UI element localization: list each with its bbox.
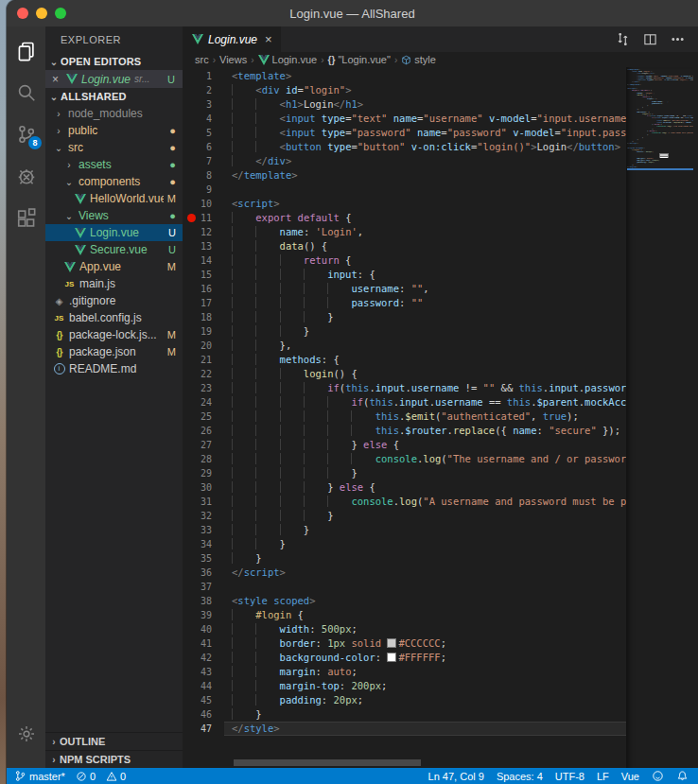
editor-gutter[interactable]: 1234567891011121314151617181920212223242… <box>183 67 224 768</box>
tree-item-node-modules[interactable]: ›node_modules <box>45 105 183 122</box>
section-outline[interactable]: ›OUTLINE <box>45 732 183 750</box>
code-line[interactable]: </style> <box>224 722 626 736</box>
tree-item-views[interactable]: ⌄Views● <box>45 207 183 224</box>
line-number[interactable]: 15 <box>183 268 224 282</box>
line-number[interactable]: 16 <box>183 282 224 296</box>
code-line[interactable]: </div> <box>232 154 626 168</box>
line-number[interactable]: 41 <box>183 636 224 651</box>
line-number[interactable]: 5 <box>183 126 224 140</box>
status-ln[interactable]: Ln 47, Col 9 <box>428 771 484 782</box>
zoom-window-button[interactable] <box>55 8 66 19</box>
code-line[interactable]: methods: { <box>232 353 626 367</box>
line-number[interactable]: 31 <box>183 495 224 509</box>
tree-item-assets[interactable]: ›assets● <box>45 156 183 173</box>
code-line[interactable]: } else { <box>232 438 626 452</box>
code-line[interactable]: data() { <box>232 239 626 253</box>
line-number[interactable]: 34 <box>183 537 224 551</box>
editor-pane[interactable]: 1234567891011121314151617181920212223242… <box>183 67 698 768</box>
status-master*[interactable]: master* <box>14 770 65 782</box>
horizontal-scrollbar[interactable] <box>234 759 421 766</box>
code-line[interactable]: <h1>Login</h1> <box>232 97 626 112</box>
code-line[interactable]: } <box>232 466 626 480</box>
code-line[interactable]: if(this.input.username == this.$parent.m… <box>232 395 626 409</box>
code-line[interactable]: this.$emit("authenticated", true); <box>232 409 626 424</box>
code-line[interactable]: <script> <box>232 197 626 211</box>
line-number[interactable]: 6 <box>183 140 224 154</box>
tree-item-components[interactable]: ⌄components● <box>45 173 183 190</box>
line-number[interactable]: 27 <box>183 438 224 452</box>
code-line[interactable]: width: 500px; <box>232 622 626 636</box>
line-number[interactable]: 21 <box>183 353 224 367</box>
tree-item--gitignore[interactable]: ◈.gitignore <box>45 292 183 309</box>
activity-run-debug[interactable] <box>7 155 45 197</box>
status-bell[interactable] <box>676 770 689 782</box>
tree-item-secure-vue[interactable]: Secure.vueU <box>45 241 183 258</box>
line-number[interactable]: 17 <box>183 296 224 310</box>
line-number[interactable]: 2 <box>183 83 224 97</box>
close-tab-icon[interactable]: × <box>265 32 272 46</box>
minimize-window-button[interactable] <box>36 8 47 19</box>
status-lf[interactable]: LF <box>597 771 609 782</box>
code-line[interactable]: return { <box>232 253 626 268</box>
code-line[interactable]: </script> <box>232 566 626 580</box>
tree-item-readme-md[interactable]: iREADME.md <box>45 360 183 377</box>
line-number[interactable]: 44 <box>183 679 224 693</box>
code-line[interactable]: margin: auto; <box>232 665 626 679</box>
code-line[interactable] <box>232 580 626 594</box>
code-line[interactable]: <div id="login"> <box>232 83 626 97</box>
code-line[interactable]: name: 'Login', <box>232 225 626 239</box>
breadcrumb-item[interactable]: Login.vue <box>258 54 318 65</box>
code-line[interactable]: }, <box>232 339 626 353</box>
tree-item-package-lock-js-[interactable]: {}package-lock.js...M <box>45 326 183 343</box>
code-area[interactable]: <template> <div id="login"> <h1>Login</h… <box>224 67 626 768</box>
minimap[interactable]: <template> <div id="login"> <h1>Login</h… <box>626 67 693 768</box>
status-utf-8[interactable]: UTF-8 <box>555 771 585 782</box>
breadcrumb-item[interactable]: src <box>195 54 209 65</box>
line-number[interactable]: 40 <box>183 622 224 636</box>
line-number[interactable]: 36 <box>183 566 224 580</box>
code-line[interactable]: } <box>232 551 626 566</box>
line-number[interactable]: 45 <box>183 693 224 707</box>
breadcrumb-item[interactable]: Views <box>219 54 247 65</box>
section-npm-scripts[interactable]: ›NPM SCRIPTS <box>45 750 183 768</box>
tree-item-app-vue[interactable]: App.vueM <box>45 258 183 275</box>
code-line[interactable]: margin-top: 200px; <box>232 679 626 693</box>
line-number[interactable]: 28 <box>183 452 224 466</box>
more-actions-icon[interactable] <box>671 32 685 46</box>
line-number[interactable]: 47 <box>183 722 224 736</box>
line-number[interactable]: 7 <box>183 154 224 168</box>
line-number[interactable]: 10 <box>183 197 224 211</box>
code-line[interactable]: <button type="button" v-on:click="login(… <box>232 140 626 154</box>
line-number[interactable]: 19 <box>183 324 224 339</box>
tab-login-vue[interactable]: Login.vue × <box>183 26 281 52</box>
tree-item-helloworld-vue[interactable]: HelloWorld.vueM <box>45 190 183 207</box>
line-number[interactable]: 33 <box>183 523 224 537</box>
code-line[interactable]: export default { <box>232 211 626 225</box>
close-icon[interactable]: × <box>52 73 61 86</box>
line-number[interactable]: 22 <box>183 367 224 381</box>
line-number[interactable]: 14 <box>183 253 224 268</box>
close-window-button[interactable] <box>17 8 28 19</box>
line-number[interactable]: 43 <box>183 665 224 679</box>
line-number[interactable]: 24 <box>183 395 224 409</box>
code-line[interactable]: <style scoped> <box>232 594 626 608</box>
open-editor-item[interactable]: ×Login.vuesr...U <box>45 70 183 88</box>
code-line[interactable]: if(this.input.username != "" && this.inp… <box>232 381 626 395</box>
line-number[interactable]: 26 <box>183 424 224 438</box>
open-changes-icon[interactable] <box>616 32 630 46</box>
status-vue[interactable]: Vue <box>621 771 639 782</box>
code-line[interactable]: this.$router.replace({ name: "secure" })… <box>232 424 626 438</box>
code-line[interactable]: input: { <box>232 268 626 282</box>
code-line[interactable]: username: "", <box>232 282 626 296</box>
code-line[interactable] <box>232 183 626 197</box>
activity-settings[interactable] <box>7 713 45 755</box>
line-number[interactable]: 42 <box>183 651 224 665</box>
line-number[interactable]: 39 <box>183 608 224 622</box>
line-number[interactable]: 1 <box>183 69 224 83</box>
breadcrumb-item[interactable]: style <box>401 54 436 65</box>
code-line[interactable]: } <box>232 537 626 551</box>
code-line[interactable]: console.log("A username and password mus… <box>232 495 626 509</box>
split-editor-icon[interactable] <box>643 32 657 46</box>
code-line[interactable]: login() { <box>232 367 626 381</box>
breakpoint-dot[interactable] <box>187 214 196 222</box>
